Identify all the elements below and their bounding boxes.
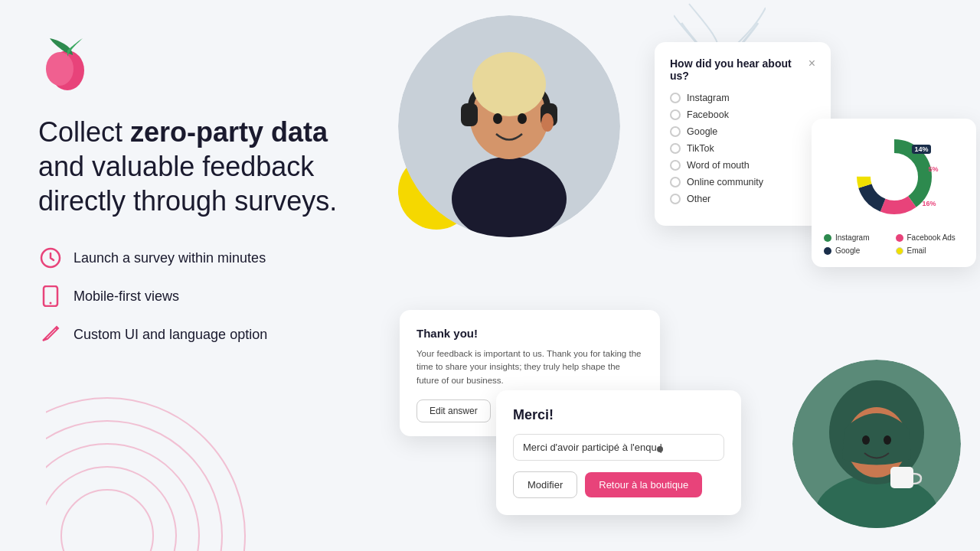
option-facebook[interactable]: Facebook	[670, 109, 815, 120]
headline: Collect zero-party data and valuable fee…	[38, 115, 360, 218]
feature-mobile-text: Mobile-first views	[74, 289, 179, 305]
mobile-icon	[38, 284, 63, 308]
option-instagram[interactable]: Instagram	[670, 93, 815, 103]
french-input[interactable]	[513, 434, 724, 461]
svg-point-18	[518, 113, 527, 124]
svg-point-17	[493, 113, 502, 124]
survey-card: How did you hear about us? × Instagram F…	[655, 42, 831, 226]
radio-word-of-mouth[interactable]	[670, 160, 681, 171]
svg-point-2	[46, 444, 199, 551]
radio-google[interactable]	[670, 126, 681, 137]
survey-close-button[interactable]: ×	[808, 57, 815, 70]
person-headphones-photo	[398, 15, 620, 237]
legend-instagram: Instagram	[824, 233, 893, 242]
cursor	[657, 446, 663, 452]
modifier-button[interactable]: Modifier	[513, 471, 577, 498]
svg-point-3	[46, 467, 176, 551]
clock-icon	[38, 246, 63, 270]
french-buttons: Modifier Retour à la boutique	[513, 471, 724, 498]
option-online-community[interactable]: Online community	[670, 177, 815, 187]
french-card: Merci! Modifier Retour à la boutique	[496, 390, 741, 515]
french-title: Merci!	[513, 407, 724, 423]
option-google[interactable]: Google	[670, 126, 815, 137]
option-facebook-label: Facebook	[687, 109, 729, 120]
option-online-community-label: Online community	[687, 177, 763, 187]
features-list: Launch a survey within minutes Mobile-fi…	[38, 246, 360, 347]
svg-point-15	[472, 52, 546, 116]
chart-label-facebook-2: 16%	[922, 200, 936, 207]
donut-chart-card: 14% 5% 16% Instagram Facebook Ads Google…	[812, 119, 976, 267]
thankyou-title: Thank you!	[416, 327, 643, 340]
legend-label-google: Google	[835, 246, 860, 255]
radio-online-community[interactable]	[670, 177, 681, 187]
background-decoration	[46, 367, 276, 551]
legend-label-email: Email	[907, 246, 926, 255]
radio-tiktok[interactable]	[670, 143, 681, 154]
option-word-of-mouth[interactable]: Word of mouth	[670, 160, 815, 171]
svg-point-1	[46, 421, 222, 551]
legend-dot-instagram	[824, 234, 831, 242]
option-instagram-label: Instagram	[687, 93, 730, 103]
svg-point-11	[452, 157, 567, 237]
radio-other[interactable]	[670, 194, 681, 204]
option-other-label: Other	[687, 194, 710, 204]
option-tiktok[interactable]: TikTok	[670, 143, 815, 154]
option-other[interactable]: Other	[670, 194, 815, 204]
donut-chart: 14% 5% 16%	[848, 131, 940, 223]
radio-facebook[interactable]	[670, 109, 681, 120]
chart-legend: Instagram Facebook Ads Google Email	[824, 233, 964, 255]
legend-email: Email	[896, 246, 965, 255]
chart-label-facebook: 5%	[928, 165, 938, 173]
person-headphones-container	[390, 15, 628, 253]
thankyou-body: Your feedback is important to us. Thank …	[416, 347, 643, 387]
feature-mobile: Mobile-first views	[38, 284, 360, 308]
svg-point-29	[884, 435, 891, 445]
survey-options: Instagram Facebook Google TikTok Word of…	[670, 93, 815, 204]
svg-point-28	[862, 435, 870, 445]
survey-card-title: How did you hear about us?	[670, 57, 808, 82]
legend-dot-email	[896, 247, 903, 255]
pencil-icon	[38, 322, 63, 347]
person-hijab-photo	[792, 360, 961, 528]
option-word-of-mouth-label: Word of mouth	[687, 160, 750, 171]
svg-point-16	[541, 113, 554, 132]
svg-point-9	[50, 302, 52, 305]
legend-label-instagram: Instagram	[835, 233, 869, 242]
edit-answer-button[interactable]: Edit answer	[416, 399, 491, 422]
feature-custom: Custom UI and language option	[38, 322, 360, 347]
feature-custom-text: Custom UI and language option	[74, 327, 267, 343]
headline-bold: zero-party data	[130, 116, 328, 148]
legend-google: Google	[824, 246, 893, 255]
logo	[38, 38, 92, 92]
left-panel: Collect zero-party data and valuable fee…	[38, 38, 360, 347]
svg-point-4	[61, 490, 153, 551]
feature-launch: Launch a survey within minutes	[38, 246, 360, 270]
radio-instagram[interactable]	[670, 93, 681, 103]
svg-point-6	[46, 52, 74, 86]
svg-point-0	[46, 398, 245, 551]
retour-button[interactable]: Retour à la boutique	[585, 472, 702, 497]
svg-rect-30	[890, 467, 913, 488]
chart-label-google: 14%	[912, 145, 930, 154]
option-tiktok-label: TikTok	[687, 143, 714, 154]
legend-dot-google	[824, 247, 831, 255]
survey-card-header: How did you hear about us? ×	[670, 57, 815, 82]
legend-dot-facebook-ads	[896, 234, 903, 242]
legend-label-facebook-ads: Facebook Ads	[907, 233, 956, 242]
svg-rect-13	[461, 103, 478, 126]
svg-point-23	[873, 155, 916, 198]
option-google-label: Google	[687, 126, 717, 137]
legend-facebook-ads: Facebook Ads	[896, 233, 965, 242]
feature-launch-text: Launch a survey within minutes	[74, 250, 266, 266]
